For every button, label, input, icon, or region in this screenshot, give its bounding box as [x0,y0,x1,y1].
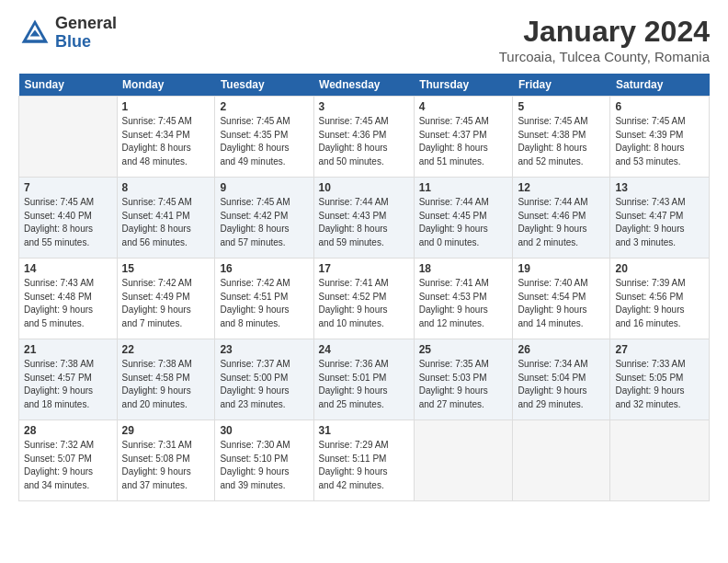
day-number: 10 [319,181,409,194]
day-number: 31 [319,424,409,437]
day-info: Sunrise: 7:43 AMSunset: 4:48 PMDaylight:… [24,277,112,330]
day-number: 4 [419,100,508,113]
day-info: Sunrise: 7:45 AMSunset: 4:42 PMDaylight:… [220,196,308,249]
day-number: 14 [24,262,112,275]
calendar-cell: 31Sunrise: 7:29 AMSunset: 5:11 PMDayligh… [313,420,414,501]
day-number: 29 [122,424,210,437]
calendar-cell [610,420,710,501]
calendar-cell: 24Sunrise: 7:36 AMSunset: 5:01 PMDayligh… [313,339,414,420]
day-info: Sunrise: 7:45 AMSunset: 4:41 PMDaylight:… [122,196,210,249]
day-number: 27 [615,343,704,356]
day-number: 7 [24,181,112,194]
day-info: Sunrise: 7:36 AMSunset: 5:01 PMDaylight:… [319,358,409,411]
day-info: Sunrise: 7:29 AMSunset: 5:11 PMDaylight:… [319,439,409,492]
calendar-cell [513,420,610,501]
day-info: Sunrise: 7:44 AMSunset: 4:43 PMDaylight:… [319,196,409,249]
calendar-week-row: 7Sunrise: 7:45 AMSunset: 4:40 PMDaylight… [19,178,710,259]
calendar-table: SundayMondayTuesdayWednesdayThursdayFrid… [18,74,710,501]
day-number: 15 [122,262,210,275]
day-info: Sunrise: 7:32 AMSunset: 5:07 PMDaylight:… [24,439,112,492]
day-info: Sunrise: 7:42 AMSunset: 4:49 PMDaylight:… [122,277,210,330]
day-info: Sunrise: 7:35 AMSunset: 5:03 PMDaylight:… [419,358,508,411]
day-number: 21 [24,343,112,356]
calendar-cell: 2Sunrise: 7:45 AMSunset: 4:35 PMDaylight… [215,97,313,178]
calendar-cell: 9Sunrise: 7:45 AMSunset: 4:42 PMDaylight… [215,178,313,259]
day-info: Sunrise: 7:45 AMSunset: 4:38 PMDaylight:… [518,115,605,168]
logo-icon [18,17,51,50]
day-number: 23 [220,343,308,356]
day-number: 22 [122,343,210,356]
day-header-saturday: Saturday [610,74,710,97]
logo-general: General [55,15,117,33]
calendar-cell: 1Sunrise: 7:45 AMSunset: 4:34 PMDaylight… [117,97,215,178]
page-header: General Blue January 2024 Turcoaia, Tulc… [18,15,710,64]
day-info: Sunrise: 7:38 AMSunset: 4:57 PMDaylight:… [24,358,112,411]
calendar-cell: 16Sunrise: 7:42 AMSunset: 4:51 PMDayligh… [215,259,313,339]
calendar-cell: 8Sunrise: 7:45 AMSunset: 4:41 PMDaylight… [117,178,215,259]
day-info: Sunrise: 7:37 AMSunset: 5:00 PMDaylight:… [220,358,308,411]
calendar-cell [414,420,513,501]
calendar-cell: 28Sunrise: 7:32 AMSunset: 5:07 PMDayligh… [19,420,118,501]
day-info: Sunrise: 7:30 AMSunset: 5:10 PMDaylight:… [220,439,308,492]
calendar-cell: 23Sunrise: 7:37 AMSunset: 5:00 PMDayligh… [215,339,313,420]
calendar-cell: 14Sunrise: 7:43 AMSunset: 4:48 PMDayligh… [19,259,118,339]
day-number: 16 [220,262,308,275]
calendar-header-row: SundayMondayTuesdayWednesdayThursdayFrid… [19,74,710,97]
day-number: 25 [419,343,508,356]
calendar-cell: 17Sunrise: 7:41 AMSunset: 4:52 PMDayligh… [313,259,414,339]
day-info: Sunrise: 7:41 AMSunset: 4:52 PMDaylight:… [319,277,409,330]
day-info: Sunrise: 7:42 AMSunset: 4:51 PMDaylight:… [220,277,308,330]
calendar-cell: 25Sunrise: 7:35 AMSunset: 5:03 PMDayligh… [414,339,513,420]
day-number: 9 [220,181,308,194]
title-block: January 2024 Turcoaia, Tulcea County, Ro… [499,15,710,64]
day-number: 20 [615,262,704,275]
calendar-cell: 18Sunrise: 7:41 AMSunset: 4:53 PMDayligh… [414,259,513,339]
calendar-cell: 12Sunrise: 7:44 AMSunset: 4:46 PMDayligh… [513,178,610,259]
day-number: 26 [518,343,605,356]
day-number: 11 [419,181,508,194]
calendar-cell: 15Sunrise: 7:42 AMSunset: 4:49 PMDayligh… [117,259,215,339]
day-info: Sunrise: 7:39 AMSunset: 4:56 PMDaylight:… [615,277,704,330]
calendar-cell: 22Sunrise: 7:38 AMSunset: 4:58 PMDayligh… [117,339,215,420]
day-number: 30 [220,424,308,437]
day-info: Sunrise: 7:34 AMSunset: 5:04 PMDaylight:… [518,358,605,411]
day-info: Sunrise: 7:38 AMSunset: 4:58 PMDaylight:… [122,358,210,411]
day-number: 18 [419,262,508,275]
day-info: Sunrise: 7:33 AMSunset: 5:05 PMDaylight:… [615,358,704,411]
calendar-cell: 7Sunrise: 7:45 AMSunset: 4:40 PMDaylight… [19,178,118,259]
day-number: 17 [319,262,409,275]
calendar-cell: 3Sunrise: 7:45 AMSunset: 4:36 PMDaylight… [313,97,414,178]
calendar-cell: 5Sunrise: 7:45 AMSunset: 4:38 PMDaylight… [513,97,610,178]
subtitle: Turcoaia, Tulcea County, Romania [499,49,710,64]
day-header-monday: Monday [117,74,215,97]
day-info: Sunrise: 7:45 AMSunset: 4:36 PMDaylight:… [319,115,409,168]
day-header-wednesday: Wednesday [313,74,414,97]
calendar-cell: 20Sunrise: 7:39 AMSunset: 4:56 PMDayligh… [610,259,710,339]
day-info: Sunrise: 7:45 AMSunset: 4:35 PMDaylight:… [220,115,308,168]
day-header-friday: Friday [513,74,610,97]
calendar-cell: 26Sunrise: 7:34 AMSunset: 5:04 PMDayligh… [513,339,610,420]
day-info: Sunrise: 7:45 AMSunset: 4:40 PMDaylight:… [24,196,112,249]
calendar-cell: 29Sunrise: 7:31 AMSunset: 5:08 PMDayligh… [117,420,215,501]
day-header-thursday: Thursday [414,74,513,97]
calendar-cell: 30Sunrise: 7:30 AMSunset: 5:10 PMDayligh… [215,420,313,501]
day-info: Sunrise: 7:44 AMSunset: 4:46 PMDaylight:… [518,196,605,249]
day-info: Sunrise: 7:43 AMSunset: 4:47 PMDaylight:… [615,196,704,249]
calendar-week-row: 21Sunrise: 7:38 AMSunset: 4:57 PMDayligh… [19,339,710,420]
day-number: 19 [518,262,605,275]
day-number: 2 [220,100,308,113]
day-header-sunday: Sunday [19,74,118,97]
day-header-tuesday: Tuesday [215,74,313,97]
day-info: Sunrise: 7:41 AMSunset: 4:53 PMDaylight:… [419,277,508,330]
day-number: 8 [122,181,210,194]
day-info: Sunrise: 7:44 AMSunset: 4:45 PMDaylight:… [419,196,508,249]
logo-text: General Blue [55,15,117,52]
day-info: Sunrise: 7:45 AMSunset: 4:34 PMDaylight:… [122,115,210,168]
calendar-week-row: 1Sunrise: 7:45 AMSunset: 4:34 PMDaylight… [19,97,710,178]
calendar-cell: 19Sunrise: 7:40 AMSunset: 4:54 PMDayligh… [513,259,610,339]
calendar-cell: 10Sunrise: 7:44 AMSunset: 4:43 PMDayligh… [313,178,414,259]
month-title: January 2024 [499,15,710,49]
day-info: Sunrise: 7:31 AMSunset: 5:08 PMDaylight:… [122,439,210,492]
page-container: General Blue January 2024 Turcoaia, Tulc… [0,0,728,563]
day-number: 3 [319,100,409,113]
